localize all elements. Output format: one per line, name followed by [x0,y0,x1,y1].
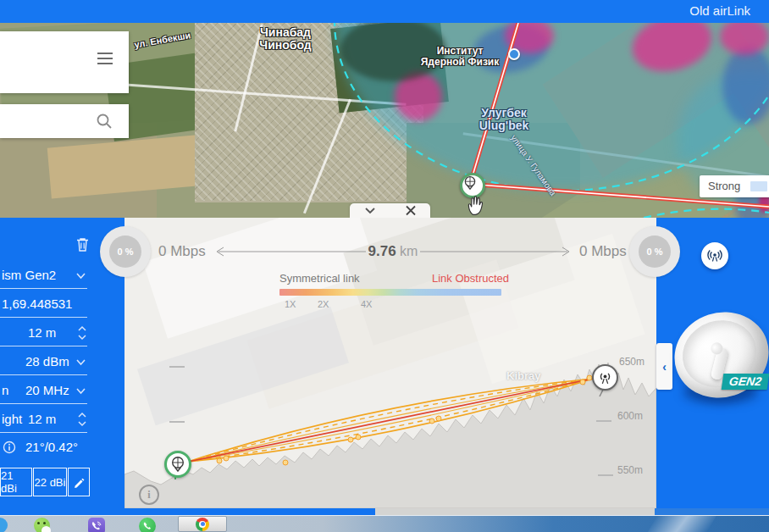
link-obstructed-label: Link Obstructed [432,272,509,285]
chevron-down-icon[interactable] [75,358,86,366]
strip-blue [0,508,375,515]
viber-icon[interactable] [88,518,105,532]
chevron-down-icon[interactable] [362,205,379,216]
symmetrical-link-label: Symmetrical link [279,272,360,285]
pencil-icon [73,476,85,488]
tx-power-field[interactable]: 28 dBm [25,354,69,369]
elevation-profile[interactable] [124,330,656,508]
strong-label: Strong [708,180,740,192]
height-label-fragment: ight [2,412,22,426]
dish-icon [462,175,478,191]
availability-percent: 0 % [109,236,141,268]
messenger-icon[interactable] [34,518,50,532]
availability-percent: 0 % [639,236,671,268]
product-badge: GEN2 [722,374,769,390]
app-root: Old airLink [0,0,769,532]
gridline-550m: 550m [617,464,643,476]
access-point-button[interactable] [701,242,728,269]
strip-gray [375,508,655,515]
broadcast-icon [596,369,614,386]
field-underline [0,346,87,346]
link-simulation-panel: ism Gen2 1,69.448531 12 m 28 dBm n 20 MH… [0,218,769,508]
device-select[interactable]: ism Gen2 [2,268,56,282]
hamburger-icon[interactable] [97,53,113,64]
chevron-left-icon: ‹ [662,360,667,374]
field-underline [0,432,87,433]
old-airlink-link[interactable]: Old airLink [689,3,750,18]
chevron-down-icon[interactable] [75,272,86,280]
stepper-up-icon[interactable] [77,325,87,332]
arrow-left-line [210,246,368,258]
map-label-chinabad: ЧинабадЧинобод [230,26,340,52]
panel-tab [350,203,430,218]
chrome-icon [196,518,209,531]
map-label-kibray: Kibray [506,369,540,382]
poi-marker [508,48,520,60]
scale-2x: 2X [318,299,329,309]
stepper-down-icon[interactable] [77,334,87,341]
profile-site-marker-right[interactable] [592,364,618,391]
stepper-down-icon[interactable] [77,420,87,427]
taskbar-app-icon[interactable] [0,518,8,532]
field-underline [0,374,87,375]
arrow-right-line [418,246,576,258]
broadcast-icon [706,247,723,264]
desktop-taskbar[interactable] [0,515,769,532]
map-label-ulugbek: УлугбекUlug'bek [449,107,559,132]
window-bottom-strip [0,508,769,515]
stepper-up-icon[interactable] [77,412,87,418]
scale-4x: 4X [361,299,372,309]
field-underline [0,288,87,289]
top-bar: Old airLink [0,0,769,23]
hand-cursor-icon [465,194,485,216]
antenna-height-field[interactable]: 12 m [28,325,56,340]
gridline-650m: 650m [619,356,645,368]
info-icon[interactable]: i [139,485,159,505]
scale-1x: 1X [285,299,296,309]
phone-app-icon[interactable] [139,518,156,532]
strip-blue2 [655,508,769,515]
field-underline [0,317,87,318]
availability-badge-right: 0 % [629,226,680,277]
capacity-gradient-bar [279,289,501,296]
channel-width-field[interactable]: 20 MHz [25,383,69,397]
profile-site-marker-left[interactable] [164,451,191,478]
tilt-readout: 21°/0.42° [25,440,78,454]
search-box[interactable] [0,104,129,138]
field-underline [0,403,87,404]
height-field[interactable]: 12 m [28,412,56,426]
channel-label-fragment: n [2,383,8,397]
strength-swatch [750,181,767,191]
close-icon[interactable] [402,205,419,216]
availability-badge-left: 0 % [100,226,151,277]
chrome-taskbar-button[interactable] [178,516,227,532]
edit-antenna-button[interactable] [68,468,90,496]
taskbar-gloss [647,516,716,532]
throughput-right: 0 Mbps [579,243,627,260]
gain-right-button[interactable]: 22 dBi [33,468,67,496]
menu-card [0,31,129,93]
map-label-institute: ИнститутЯдерной Физик [405,46,515,68]
dish-icon [169,456,186,473]
info-icon[interactable] [3,441,16,454]
gridline-600m: 600m [617,410,643,422]
link-distance: 9.76 km [354,243,432,260]
satellite-map[interactable]: ЧинабадЧинобод ИнститутЯдерной Физик Улу… [0,23,769,218]
chevron-down-icon[interactable] [75,387,86,395]
search-icon[interactable] [96,113,113,130]
throughput-left: 0 Mbps [158,243,206,260]
signal-strength-legend: Strong [700,175,769,197]
trash-icon[interactable] [76,237,89,252]
gain-left-button[interactable]: 21 dBi [0,468,32,496]
coordinates-field[interactable]: 1,69.448531 [2,296,72,311]
product-image-dish [667,311,769,417]
